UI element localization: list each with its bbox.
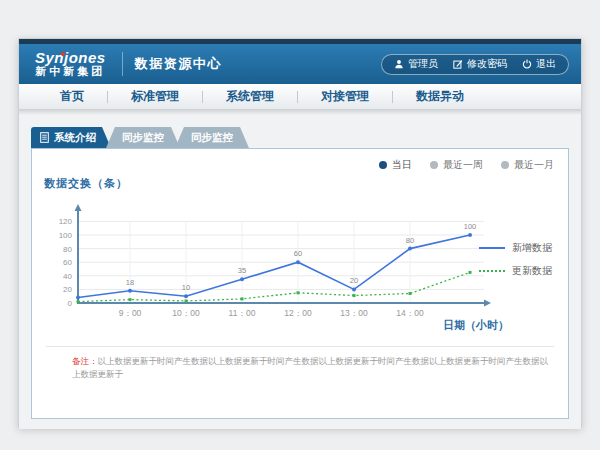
radio-label: 当日	[392, 158, 412, 172]
svg-text:14：00: 14：00	[396, 308, 424, 318]
logout-label: 退出	[536, 57, 556, 71]
power-icon	[522, 59, 532, 69]
chart-panel: 当日 最近一周 最近一月 数据交换（条） 0204060801001209：00…	[31, 148, 569, 419]
nav-item-home[interactable]: 首页	[37, 88, 107, 105]
radio-dot	[379, 161, 387, 169]
svg-text:80: 80	[63, 245, 72, 254]
radio-today[interactable]: 当日	[379, 158, 412, 172]
dotted-line-icon	[479, 270, 505, 272]
svg-text:10: 10	[182, 283, 190, 292]
chart-container: 0204060801001209：0010：0011：0012：0013：001…	[52, 195, 512, 335]
svg-text:12：00: 12：00	[284, 308, 312, 318]
svg-text:120: 120	[59, 217, 73, 226]
note-divider	[46, 346, 554, 347]
series-legend: 新增数据 更新数据	[479, 241, 552, 287]
svg-text:60: 60	[63, 258, 72, 267]
svg-text:0: 0	[68, 299, 73, 308]
app-header: Synjones 新中新集团 数据资源中心 管理员 修改密码 退出	[19, 44, 581, 84]
svg-text:100: 100	[59, 231, 73, 240]
tab-sync-monitor-2[interactable]: 同步监控	[175, 127, 249, 148]
legend-label: 更新数据	[512, 264, 552, 278]
svg-text:60: 60	[294, 249, 302, 258]
footnote-label: 备注：	[72, 356, 98, 366]
nav-shadow	[19, 110, 581, 115]
solid-line-icon	[479, 247, 505, 249]
time-range-filter: 当日 最近一周 最近一月	[379, 158, 554, 172]
nav-item-standard-mgmt[interactable]: 标准管理	[108, 88, 202, 105]
svg-text:35: 35	[238, 266, 246, 275]
footnote-text: 以上数据更新于时间产生数据以上数据更新于时间产生数据以上数据更新于时间产生数据以…	[72, 356, 548, 379]
current-user-button[interactable]: 管理员	[394, 57, 438, 71]
header-divider	[122, 52, 123, 76]
footnote: 备注：以上数据更新于时间产生数据以上数据更新于时间产生数据以上数据更新于时间产生…	[72, 355, 554, 381]
main-window: Synjones 新中新集团 数据资源中心 管理员 修改密码 退出 首页 标准管…	[18, 38, 582, 428]
nav-item-integration-mgmt[interactable]: 对接管理	[298, 88, 392, 105]
user-toolbar: 管理员 修改密码 退出	[381, 54, 569, 75]
svg-text:日期（小时）: 日期（小时）	[443, 319, 509, 332]
radio-label: 最近一月	[514, 158, 554, 172]
tab-label: 同步监控	[122, 131, 164, 145]
svg-text:20: 20	[63, 285, 72, 294]
svg-text:20: 20	[350, 276, 358, 285]
tab-label: 系统介绍	[54, 131, 96, 145]
page-title: 数据资源中心	[135, 55, 222, 73]
current-user-label: 管理员	[408, 57, 438, 71]
svg-text:10：00: 10：00	[172, 308, 200, 318]
svg-text:40: 40	[63, 272, 72, 281]
radio-last-month[interactable]: 最近一月	[501, 158, 554, 172]
nav-item-data-change[interactable]: 数据异动	[393, 88, 487, 105]
y-axis-title: 数据交换（条）	[44, 176, 128, 191]
svg-text:80: 80	[406, 236, 414, 245]
nav-item-system-mgmt[interactable]: 系统管理	[203, 88, 297, 105]
svg-text:11：00: 11：00	[229, 308, 256, 318]
edit-icon	[453, 59, 463, 69]
svg-text:13：00: 13：00	[340, 308, 368, 318]
main-nav: 首页 标准管理 系统管理 对接管理 数据异动	[19, 84, 581, 110]
content-area: 系统介绍 同步监控 同步监控 当日 最近一周	[19, 110, 581, 429]
user-icon	[394, 59, 404, 69]
line-chart: 0204060801001209：0010：0011：0012：0013：001…	[52, 195, 512, 335]
radio-last-week[interactable]: 最近一周	[430, 158, 483, 172]
logout-button[interactable]: 退出	[522, 57, 556, 71]
change-password-button[interactable]: 修改密码	[453, 57, 507, 71]
logo-company-name: 新中新集团	[35, 66, 106, 78]
radio-label: 最近一周	[443, 158, 483, 172]
radio-dot	[430, 161, 438, 169]
change-password-label: 修改密码	[467, 57, 507, 71]
legend-item-new-data: 新增数据	[479, 241, 552, 255]
legend-label: 新增数据	[512, 241, 552, 255]
tab-bar: 系统介绍 同步监控 同步监控	[31, 127, 249, 148]
radio-dot	[501, 161, 509, 169]
svg-text:9：00: 9：00	[119, 308, 142, 318]
svg-text:18: 18	[126, 278, 134, 287]
logo-brand-text: Synjones	[35, 50, 106, 66]
legend-item-updated-data: 更新数据	[479, 264, 552, 278]
company-logo: Synjones 新中新集团	[31, 50, 110, 77]
document-icon	[40, 132, 49, 143]
tab-system-intro[interactable]: 系统介绍	[31, 127, 111, 148]
tab-sync-monitor-1[interactable]: 同步监控	[106, 127, 180, 148]
svg-text:100: 100	[464, 222, 477, 231]
tab-label: 同步监控	[191, 131, 233, 145]
